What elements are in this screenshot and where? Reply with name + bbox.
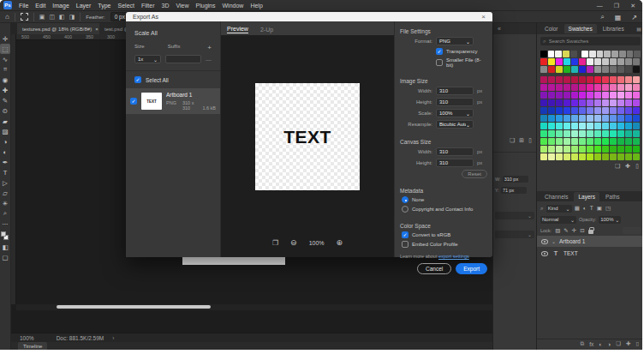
swatch[interactable] bbox=[633, 92, 640, 99]
smart-object-filter-icon[interactable]: ◳ bbox=[605, 205, 611, 212]
swatch[interactable] bbox=[556, 123, 563, 129]
metadata-copyright-radio[interactable] bbox=[402, 206, 408, 213]
swatch[interactable] bbox=[570, 51, 577, 57]
swatch[interactable] bbox=[548, 76, 555, 83]
canvas-width-field[interactable]: 310 bbox=[436, 147, 474, 156]
swatch[interactable] bbox=[556, 84, 563, 91]
reset-button[interactable]: Reset bbox=[462, 170, 487, 178]
swatch[interactable] bbox=[540, 107, 547, 114]
swatch[interactable] bbox=[633, 123, 640, 129]
shape-layer-filter-icon[interactable]: ▣ bbox=[597, 205, 602, 212]
swatch[interactable] bbox=[610, 92, 617, 99]
swatch[interactable] bbox=[633, 115, 640, 122]
lock-brush-icon[interactable]: ✎ bbox=[564, 227, 568, 234]
swatch[interactable] bbox=[619, 51, 626, 57]
metadata-none-radio[interactable] bbox=[402, 196, 408, 203]
embed-profile-checkbox[interactable] bbox=[402, 241, 408, 248]
swatch[interactable] bbox=[602, 107, 609, 114]
swatch[interactable] bbox=[625, 153, 632, 160]
swatch[interactable] bbox=[587, 66, 593, 73]
swatch[interactable] bbox=[625, 115, 632, 122]
search-icon[interactable]: ⌕ bbox=[600, 13, 604, 21]
tab-color[interactable]: Color bbox=[540, 24, 563, 33]
swatch[interactable] bbox=[594, 138, 601, 145]
scrollbar-thumb[interactable] bbox=[57, 305, 211, 309]
suffix-input[interactable] bbox=[165, 55, 201, 63]
swatch[interactable] bbox=[540, 153, 547, 160]
swatch[interactable] bbox=[548, 153, 555, 160]
swatch[interactable] bbox=[633, 146, 640, 153]
swatch[interactable] bbox=[602, 146, 609, 153]
swatch[interactable] bbox=[564, 130, 570, 137]
swatch[interactable] bbox=[548, 123, 555, 129]
swatch[interactable] bbox=[548, 146, 555, 153]
swatch[interactable] bbox=[564, 153, 570, 160]
type-layer-filter-icon[interactable]: T bbox=[590, 205, 593, 212]
pen-tool[interactable]: ✒ bbox=[0, 157, 10, 167]
swatch[interactable] bbox=[617, 123, 624, 129]
close-tab-icon[interactable]: × bbox=[95, 27, 98, 32]
swatch[interactable] bbox=[610, 146, 617, 153]
brush-tool[interactable]: ✎ bbox=[0, 95, 10, 105]
artboard-checkbox[interactable]: ✓ bbox=[130, 98, 137, 105]
swatch[interactable] bbox=[579, 76, 586, 83]
panel-menu-icon[interactable]: ▤ bbox=[636, 26, 641, 32]
swatch[interactable] bbox=[602, 130, 609, 137]
swatch[interactable] bbox=[625, 84, 632, 91]
image-width-field[interactable]: 310 bbox=[436, 87, 474, 95]
swatch[interactable] bbox=[625, 76, 632, 83]
swatch[interactable] bbox=[548, 107, 555, 114]
swatch[interactable] bbox=[602, 138, 609, 145]
swatch[interactable] bbox=[617, 58, 624, 65]
swatch[interactable] bbox=[579, 146, 586, 153]
swatch[interactable] bbox=[556, 99, 563, 106]
swatch[interactable] bbox=[625, 138, 632, 145]
swatch[interactable] bbox=[548, 138, 555, 145]
link-layers-icon[interactable]: ⧉ bbox=[581, 340, 585, 347]
swatch[interactable] bbox=[610, 76, 617, 83]
status-arrow-icon[interactable]: › bbox=[112, 335, 114, 341]
lock-artboard-icon[interactable]: ⊡ bbox=[580, 227, 584, 234]
swatch[interactable] bbox=[634, 51, 641, 57]
swatch[interactable] bbox=[579, 84, 586, 91]
healing-tool[interactable]: ✚ bbox=[0, 85, 10, 95]
layer-mask-icon[interactable]: ◐ bbox=[599, 341, 602, 347]
menu-edit[interactable]: Edit bbox=[35, 3, 45, 9]
swatch[interactable] bbox=[587, 107, 593, 114]
edit-toolbar[interactable]: ⋯ bbox=[0, 219, 10, 229]
tab-channels[interactable]: Channels bbox=[540, 192, 572, 201]
swatch[interactable] bbox=[594, 146, 601, 153]
swatch[interactable] bbox=[602, 76, 609, 83]
intersect-selection-icon[interactable]: ◨ bbox=[69, 14, 75, 21]
swatch[interactable] bbox=[594, 84, 601, 91]
add-selection-icon[interactable]: ◫ bbox=[49, 14, 55, 21]
swatch[interactable] bbox=[594, 115, 601, 122]
swatch[interactable] bbox=[571, 130, 578, 137]
swatch[interactable] bbox=[610, 66, 617, 73]
zoom-tool[interactable]: ⌕ bbox=[0, 208, 10, 219]
swatch[interactable] bbox=[597, 51, 604, 57]
swatch[interactable] bbox=[556, 138, 563, 145]
swatch[interactable] bbox=[611, 51, 618, 57]
swatch[interactable] bbox=[564, 146, 570, 153]
swatch[interactable] bbox=[587, 153, 593, 160]
grid-icon[interactable]: ⊞ bbox=[519, 137, 524, 144]
swatch[interactable] bbox=[594, 99, 601, 106]
filter-kind-dropdown[interactable]: Kind⌄ bbox=[546, 205, 572, 213]
swatch[interactable] bbox=[602, 92, 609, 99]
folder-icon[interactable]: ❏ bbox=[510, 137, 515, 144]
swatch[interactable] bbox=[579, 92, 586, 99]
artboard-list-item[interactable]: ✓ TEXT Artboard 1 PNG 310 x 310 1.6 kB bbox=[126, 88, 220, 114]
swatch[interactable] bbox=[617, 76, 624, 83]
visibility-eye-icon[interactable] bbox=[541, 239, 548, 244]
tab-preview[interactable]: Preview bbox=[227, 26, 248, 33]
swatch[interactable] bbox=[571, 153, 578, 160]
swatch[interactable] bbox=[617, 92, 624, 99]
smaller-file-checkbox[interactable] bbox=[436, 59, 443, 66]
swatch[interactable] bbox=[571, 58, 578, 65]
swatch[interactable] bbox=[587, 99, 593, 106]
swatch[interactable] bbox=[625, 130, 632, 137]
zoom-out-icon[interactable]: ⊖ bbox=[290, 238, 297, 247]
swatch[interactable] bbox=[564, 115, 570, 122]
swatch[interactable] bbox=[548, 92, 555, 99]
